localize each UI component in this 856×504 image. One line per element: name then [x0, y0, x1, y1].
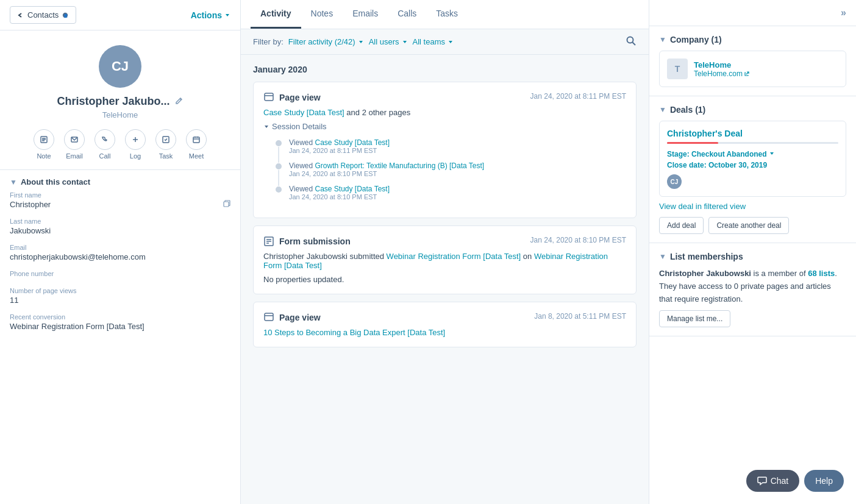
contact-company: TeleHome — [102, 110, 138, 119]
users-filter-button[interactable]: All users — [369, 37, 408, 46]
activity-filter-button[interactable]: Filter activity (2/42) — [288, 37, 364, 46]
svg-text:👤: 👤 — [63, 13, 68, 18]
collapse-right-panel-button[interactable]: » — [841, 7, 846, 18]
tab-tasks[interactable]: Tasks — [426, 0, 468, 29]
meet-button[interactable]: Meet — [186, 129, 207, 160]
lists-count-link[interactable]: 68 lists — [808, 269, 835, 278]
task-button[interactable]: Task — [155, 129, 176, 160]
help-label: Help — [815, 476, 833, 486]
page-view-link-1[interactable]: Case Study [Data Test] — [263, 108, 344, 117]
company-name-link[interactable]: TeleHome — [694, 60, 750, 69]
svg-marker-23 — [265, 126, 268, 128]
session-item-1: Viewed Case Study [Data Test] Jan 24, 20… — [276, 138, 626, 154]
activity-card-form: Form submission Jan 24, 2020 at 8:10 PM … — [253, 225, 637, 294]
contact-fields: First name Christopher Last name Jakubow… — [0, 191, 240, 347]
deal-progress-fill — [667, 142, 718, 144]
filter-bar: Filter by: Filter activity (2/42) All us… — [241, 29, 649, 55]
email-field: Email christopherjakubowski@telehome.com — [10, 244, 230, 261]
session-link-1[interactable]: Case Study [Data Test] — [315, 138, 390, 147]
create-another-deal-button[interactable]: Create another deal — [708, 217, 789, 234]
session-item-3: Viewed Case Study [Data Test] Jan 24, 20… — [276, 185, 626, 201]
svg-marker-16 — [359, 41, 363, 43]
chat-button[interactable]: Chat — [746, 470, 800, 492]
session-dot-3 — [276, 186, 282, 193]
company-section-header[interactable]: ▼ Company (1) — [659, 35, 846, 44]
deal-progress-bar — [667, 142, 838, 144]
help-button[interactable]: Help — [804, 470, 844, 492]
about-chevron-icon: ▼ — [10, 178, 17, 186]
search-activity-button[interactable] — [626, 35, 637, 48]
add-deal-button[interactable]: Add deal — [659, 217, 704, 234]
deal-stage: Stage: Checkout Abandoned — [667, 150, 838, 158]
deal-avatar: CJ — [667, 174, 682, 189]
tab-emails[interactable]: Emails — [343, 0, 388, 29]
list-memberships-header[interactable]: ▼ List memberships — [659, 252, 846, 261]
form-activity-time: Jan 24, 2020 at 8:10 PM EST — [530, 236, 626, 244]
teams-filter-button[interactable]: All teams — [413, 37, 454, 46]
company-card: T TeleHome TeleHome.com — [659, 51, 846, 87]
tab-activity[interactable]: Activity — [251, 0, 301, 29]
activity-date-header: January 2020 — [253, 65, 637, 74]
tab-notes[interactable]: Notes — [301, 0, 343, 29]
lastname-field: Last name Jakubowski — [10, 218, 230, 235]
edit-contact-icon[interactable] — [175, 96, 184, 107]
recent-conversion-field: Recent conversion Webinar Registration F… — [10, 313, 230, 331]
left-header: Contacts 👤 Actions — [0, 0, 240, 30]
company-section: ▼ Company (1) T TeleHome TeleHome.com — [649, 26, 856, 96]
call-button[interactable]: Call — [95, 129, 115, 160]
firstname-field: First name Christopher — [10, 191, 230, 209]
contact-name: Christopher Jakubo... — [57, 95, 169, 108]
activity-type-label: Page view — [263, 92, 321, 103]
activity-type-page2: Page view — [263, 312, 321, 323]
deals-section-header[interactable]: ▼ Deals (1) — [659, 105, 846, 115]
svg-rect-28 — [265, 313, 273, 321]
form-submission-text: Christopher Jakubowski submitted Webinar… — [263, 252, 626, 270]
back-to-contacts-button[interactable]: Contacts 👤 — [10, 6, 76, 24]
session-item-2: Viewed Growth Report: Textile Manufactur… — [276, 161, 626, 177]
page2-time: Jan 8, 2020 at 5:11 PM EST — [534, 312, 626, 321]
session-link-3[interactable]: Case Study [Data Test] — [315, 185, 390, 193]
log-button[interactable]: Log — [125, 129, 146, 160]
page2-headline: 10 Steps to Becoming a Big Data Expert [… — [263, 328, 626, 337]
pageviews-field: Number of page views 11 — [10, 287, 230, 305]
company-url-link[interactable]: TeleHome.com — [694, 69, 750, 78]
list-chevron-icon: ▼ — [659, 252, 666, 261]
session-dot-1 — [276, 140, 282, 146]
session-dot-2 — [276, 163, 282, 169]
svg-rect-21 — [265, 93, 273, 101]
svg-marker-30 — [770, 152, 774, 155]
deals-chevron-icon: ▼ — [659, 105, 666, 114]
actions-button[interactable]: Actions — [191, 10, 230, 20]
email-button[interactable]: Email — [64, 129, 85, 160]
activity-time: Jan 24, 2020 at 8:11 PM EST — [530, 92, 626, 101]
svg-line-20 — [632, 42, 635, 45]
deals-section-title: Deals (1) — [670, 105, 705, 115]
view-deal-link[interactable]: View deal in filtered view — [659, 202, 846, 211]
form-link-1[interactable]: Webinar Registration Form [Data Test] — [387, 252, 521, 261]
manage-list-button[interactable]: Manage list me... — [659, 310, 730, 327]
form-no-props: No properties updated. — [263, 275, 626, 284]
page-view-link-2[interactable]: 10 Steps to Becoming a Big Data Expert [… — [263, 328, 445, 337]
session-details-toggle[interactable]: Session Details — [263, 122, 626, 131]
action-icons-row: Note Email Call Log — [34, 129, 207, 160]
deal-close-date: Close date: October 30, 2019 — [667, 161, 838, 169]
svg-marker-18 — [449, 41, 452, 43]
contact-info-section: CJ Christopher Jakubo... TeleHome Note E… — [0, 30, 240, 170]
about-section-header[interactable]: ▼ About this contact — [0, 170, 240, 191]
list-memberships-title: List memberships — [670, 252, 743, 261]
session-list: Viewed Case Study [Data Test] Jan 24, 20… — [263, 131, 626, 201]
session-link-2[interactable]: Growth Report: Textile Manufacturing (B)… — [315, 161, 484, 170]
svg-marker-17 — [403, 41, 407, 43]
deal-card: Christopher's Deal Stage: Checkout Aband… — [659, 121, 846, 197]
copy-firstname-icon[interactable] — [223, 200, 230, 209]
middle-panel: Activity Notes Emails Calls Tasks Filter… — [241, 0, 649, 504]
right-panel: » ▼ Company (1) T TeleHome TeleHome.com … — [649, 0, 856, 504]
note-button[interactable]: Note — [34, 129, 54, 160]
actions-label: Actions — [191, 10, 222, 20]
deal-name[interactable]: Christopher's Deal — [667, 129, 838, 138]
tab-calls[interactable]: Calls — [388, 0, 426, 29]
activity-card-pageview-1: Page view Jan 24, 2020 at 8:11 PM EST Ca… — [253, 82, 637, 218]
deals-section: ▼ Deals (1) Christopher's Deal Stage: Ch… — [649, 96, 856, 243]
activity-card-pageview-2: Page view Jan 8, 2020 at 5:11 PM EST 10 … — [253, 302, 637, 347]
chat-label: Chat — [771, 476, 789, 486]
